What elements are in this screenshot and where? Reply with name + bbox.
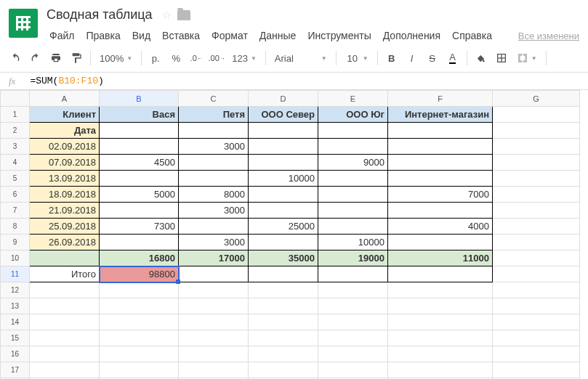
row-header-1[interactable]: 1 (1, 107, 30, 123)
row-header-16[interactable]: 16 (1, 346, 30, 362)
cell[interactable] (493, 298, 580, 314)
cell-b11[interactable]: 98800 (100, 266, 179, 282)
font-select[interactable]: Arial▼ (270, 49, 331, 68)
cell-f6[interactable]: 7000 (388, 187, 493, 203)
cell[interactable] (179, 282, 249, 298)
font-size-select[interactable]: 10▼ (341, 49, 373, 68)
cell-a3[interactable]: 02.09.2018 (30, 139, 100, 155)
menu-format[interactable]: Формат (206, 27, 254, 44)
cell[interactable] (179, 298, 249, 314)
cell[interactable] (388, 330, 493, 346)
col-header-c[interactable]: C (179, 91, 249, 107)
cell-c5[interactable] (179, 171, 249, 187)
cell[interactable] (318, 298, 388, 314)
cell-d4[interactable] (249, 155, 318, 171)
bold-button[interactable]: B (382, 49, 401, 68)
merge-cells-button[interactable]: ▼ (512, 49, 541, 68)
cell-b9[interactable] (100, 235, 179, 250)
row-header-7[interactable]: 7 (1, 203, 30, 219)
cell-g10[interactable] (493, 250, 580, 266)
cell-b3[interactable] (100, 139, 179, 155)
cell[interactable] (30, 330, 100, 346)
cell[interactable] (30, 362, 100, 378)
row-header-4[interactable]: 4 (1, 155, 30, 171)
cell[interactable] (249, 314, 318, 330)
cell[interactable] (179, 330, 249, 346)
cell[interactable] (100, 362, 179, 378)
cell-a10[interactable] (30, 250, 100, 266)
formula-input[interactable]: =SUM(B10:F10) (24, 74, 588, 88)
cell[interactable] (179, 314, 249, 330)
cell-g1[interactable] (493, 107, 580, 123)
cell[interactable] (388, 314, 493, 330)
cell-g8[interactable] (493, 219, 580, 235)
row-header-3[interactable]: 3 (1, 139, 30, 155)
col-header-a[interactable]: A (30, 91, 100, 107)
paint-format-icon[interactable] (67, 49, 86, 68)
menu-view[interactable]: Вид (126, 27, 156, 44)
menu-insert[interactable]: Вставка (156, 27, 206, 44)
cell-d2[interactable] (249, 123, 318, 139)
menu-tools[interactable]: Инструменты (302, 27, 376, 44)
cell[interactable] (100, 314, 179, 330)
menu-edit[interactable]: Правка (80, 27, 126, 44)
cell-d7[interactable] (249, 203, 318, 219)
cell-b10[interactable]: 16800 (100, 250, 179, 266)
cell-e10[interactable]: 19000 (318, 250, 388, 266)
col-header-g[interactable]: G (493, 91, 580, 107)
cell-e4[interactable]: 9000 (318, 155, 388, 171)
cell[interactable] (388, 362, 493, 378)
col-header-e[interactable]: E (318, 91, 388, 107)
cell-f11[interactable] (388, 266, 493, 282)
cell-b2[interactable] (100, 123, 179, 139)
number-format-select[interactable]: 123▼ (227, 49, 261, 68)
cell-a7[interactable]: 21.09.2018 (30, 203, 100, 219)
cell-b4[interactable]: 4500 (100, 155, 179, 171)
cell[interactable] (179, 362, 249, 378)
cell-e9[interactable]: 10000 (318, 235, 388, 250)
selection-handle[interactable] (176, 280, 180, 284)
cell[interactable] (100, 346, 179, 362)
cell[interactable] (493, 314, 580, 330)
cell-b6[interactable]: 5000 (100, 187, 179, 203)
row-header-2[interactable]: 2 (1, 123, 30, 139)
cell[interactable] (318, 346, 388, 362)
cell-c1[interactable]: Петя (179, 107, 249, 123)
row-header-11[interactable]: 11 (1, 266, 30, 282)
cell-g2[interactable] (493, 123, 580, 139)
undo-icon[interactable] (6, 49, 25, 68)
cell-b1[interactable]: Вася (100, 107, 179, 123)
cell-d10[interactable]: 35000 (249, 250, 318, 266)
cell[interactable] (493, 362, 580, 378)
cell-f4[interactable] (388, 155, 493, 171)
cell-f3[interactable] (388, 139, 493, 155)
cell-a9[interactable]: 26.09.2018 (30, 235, 100, 250)
cell[interactable] (249, 298, 318, 314)
strikethrough-button[interactable]: S (423, 49, 442, 68)
cell-g3[interactable] (493, 139, 580, 155)
row-header-10[interactable]: 10 (1, 250, 30, 266)
cell[interactable] (493, 330, 580, 346)
cell-a11[interactable]: Итого (30, 266, 100, 282)
cell[interactable] (30, 282, 100, 298)
cell[interactable] (249, 330, 318, 346)
row-header-5[interactable]: 5 (1, 171, 30, 187)
cell-g9[interactable] (493, 235, 580, 250)
cell-c4[interactable] (179, 155, 249, 171)
cell-d1[interactable]: ООО Север (249, 107, 318, 123)
cell-g4[interactable] (493, 155, 580, 171)
cell[interactable] (30, 314, 100, 330)
cell[interactable] (100, 330, 179, 346)
increase-decimal-button[interactable]: .00→ (207, 49, 226, 68)
menu-data[interactable]: Данные (254, 27, 302, 44)
cell-c3[interactable]: 3000 (179, 139, 249, 155)
menu-file[interactable]: Файл (44, 27, 80, 44)
cell-b7[interactable] (100, 203, 179, 219)
cell-b8[interactable]: 7300 (100, 219, 179, 235)
cell-f9[interactable] (388, 235, 493, 250)
cell[interactable] (493, 282, 580, 298)
cell-d9[interactable] (249, 235, 318, 250)
cell-a4[interactable]: 07.09.2018 (30, 155, 100, 171)
spreadsheet-grid[interactable]: A B C D E F G 1 Клиент Вася Петя ООО Сев… (0, 90, 588, 379)
cell-e3[interactable] (318, 139, 388, 155)
